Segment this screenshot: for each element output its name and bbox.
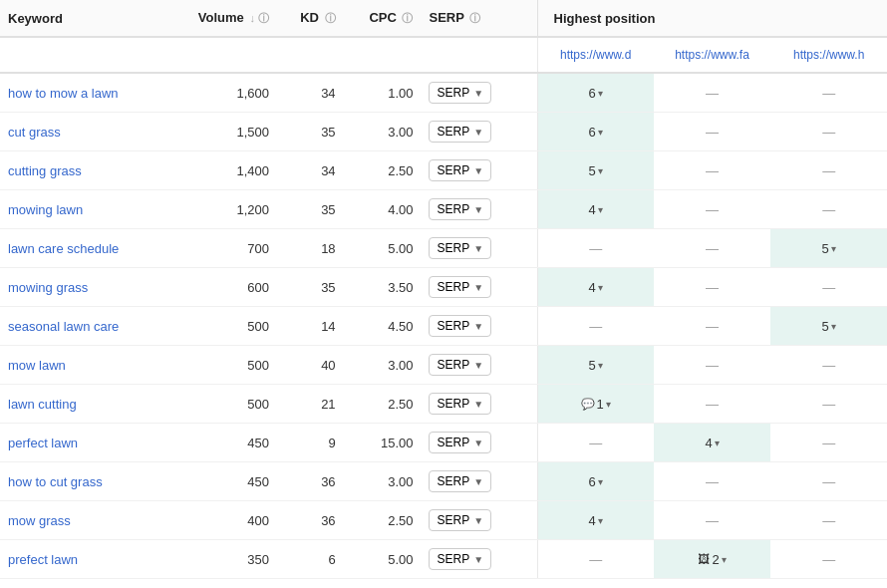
serp-cell[interactable]: SERP ▼ <box>421 540 537 579</box>
position-url1-cell: 5 ▾ <box>537 346 654 385</box>
pos-badge: 4 ▾ <box>589 513 603 528</box>
volume-cell: 350 <box>164 540 277 579</box>
col-header-kd[interactable]: KD ⓘ <box>277 0 344 37</box>
position-url2-cell: — <box>654 462 771 501</box>
position-url1-cell: — <box>537 424 654 462</box>
serp-button[interactable]: SERP ▼ <box>429 470 491 492</box>
serp-button[interactable]: SERP ▼ <box>429 393 491 415</box>
position-url2-cell: — <box>654 268 771 307</box>
keyword-cell[interactable]: perfect lawn <box>0 424 164 462</box>
table-row: seasonal lawn care500144.50SERP ▼——5 ▾ <box>0 307 887 346</box>
serp-cell[interactable]: SERP ▼ <box>421 385 537 424</box>
pos-badge: 6 ▾ <box>589 474 603 489</box>
table-row: lawn cutting500212.50SERP ▼💬 1 ▾—— <box>0 385 887 424</box>
volume-cell: 1,500 <box>164 113 277 151</box>
keyword-cell[interactable]: cut grass <box>0 113 164 151</box>
serp-button[interactable]: SERP ▼ <box>429 432 491 453</box>
position-url3-cell: 5 ▾ <box>770 229 887 268</box>
cpc-cell: 15.00 <box>344 424 422 462</box>
position-url3-cell: — <box>770 346 887 385</box>
keyword-cell[interactable]: mow grass <box>0 501 164 540</box>
col-header-serp[interactable]: SERP ⓘ <box>421 0 537 37</box>
volume-sort-icon: ↓ ⓘ <box>249 12 269 24</box>
serp-button[interactable]: SERP ▼ <box>429 237 491 259</box>
position-url3-cell: 5 ▾ <box>770 307 887 346</box>
serp-cell[interactable]: SERP ▼ <box>421 424 537 462</box>
kd-cell: 18 <box>277 229 344 268</box>
position-url2-cell: — <box>654 385 771 424</box>
serp-button[interactable]: SERP ▼ <box>429 159 491 181</box>
kd-cell: 14 <box>277 307 344 346</box>
cpc-cell: 5.00 <box>344 540 422 579</box>
kd-cell: 9 <box>277 424 344 462</box>
kd-cell: 35 <box>277 190 344 229</box>
position-url1-cell: 4 ▾ <box>537 268 654 307</box>
table-row: mowing lawn1,200354.00SERP ▼4 ▾—— <box>0 190 887 229</box>
cpc-cell: 2.50 <box>344 385 422 424</box>
volume-cell: 500 <box>164 346 277 385</box>
position-url3-cell: — <box>770 462 887 501</box>
col-header-keyword: Keyword <box>0 0 164 37</box>
keyword-cell[interactable]: cutting grass <box>0 151 164 190</box>
volume-cell: 600 <box>164 268 277 307</box>
serp-cell[interactable]: SERP ▼ <box>421 307 537 346</box>
keyword-cell[interactable]: mow lawn <box>0 346 164 385</box>
position-url3-cell: — <box>770 385 887 424</box>
position-url2-cell: 🖼 2 ▾ <box>654 540 771 579</box>
serp-button[interactable]: SERP ▼ <box>429 82 491 104</box>
serp-button[interactable]: SERP ▼ <box>429 198 491 220</box>
volume-cell: 500 <box>164 385 277 424</box>
volume-cell: 1,600 <box>164 73 277 113</box>
volume-cell: 400 <box>164 501 277 540</box>
serp-cell[interactable]: SERP ▼ <box>421 73 537 113</box>
position-url2-cell: — <box>654 190 771 229</box>
cpc-cell: 3.00 <box>344 462 422 501</box>
serp-cell[interactable]: SERP ▼ <box>421 501 537 540</box>
keyword-cell[interactable]: mowing lawn <box>0 190 164 229</box>
position-url2-cell: — <box>654 73 771 113</box>
serp-cell[interactable]: SERP ▼ <box>421 151 537 190</box>
serp-button[interactable]: SERP ▼ <box>429 548 491 570</box>
serp-button[interactable]: SERP ▼ <box>429 354 491 376</box>
position-url3-cell: — <box>770 73 887 113</box>
col-header-cpc[interactable]: CPC ⓘ <box>344 0 422 37</box>
volume-cell: 1,400 <box>164 151 277 190</box>
cpc-cell: 4.50 <box>344 307 422 346</box>
pos-badge: 4 ▾ <box>705 436 719 450</box>
col-header-volume[interactable]: Volume ↓ ⓘ <box>164 0 277 37</box>
keyword-cell[interactable]: seasonal lawn care <box>0 307 164 346</box>
serp-cell[interactable]: SERP ▼ <box>421 229 537 268</box>
volume-cell: 450 <box>164 462 277 501</box>
keyword-cell[interactable]: lawn care schedule <box>0 229 164 268</box>
url1-header: https://www.d <box>537 37 654 73</box>
position-url2-cell: — <box>654 307 771 346</box>
serp-button[interactable]: SERP ▼ <box>429 509 491 531</box>
serp-cell[interactable]: SERP ▼ <box>421 268 537 307</box>
table-row: mow lawn500403.00SERP ▼5 ▾—— <box>0 346 887 385</box>
keyword-cell[interactable]: how to cut grass <box>0 462 164 501</box>
position-url2-cell: 4 ▾ <box>654 424 771 462</box>
keyword-cell[interactable]: mowing grass <box>0 268 164 307</box>
position-url1-cell: 5 ▾ <box>537 151 654 190</box>
serp-button[interactable]: SERP ▼ <box>429 121 491 143</box>
table-row: perfect lawn450915.00SERP ▼—4 ▾— <box>0 424 887 462</box>
serp-cell[interactable]: SERP ▼ <box>421 462 537 501</box>
table-row: cut grass1,500353.00SERP ▼6 ▾—— <box>0 113 887 151</box>
kd-cell: 35 <box>277 268 344 307</box>
serp-button[interactable]: SERP ▼ <box>429 276 491 298</box>
serp-cell[interactable]: SERP ▼ <box>421 190 537 229</box>
highest-position-header: Highest position <box>537 0 887 37</box>
table-row: mowing grass600353.50SERP ▼4 ▾—— <box>0 268 887 307</box>
pos-badge: 5 ▾ <box>589 358 603 373</box>
table-row: how to mow a lawn1,600341.00SERP ▼6 ▾—— <box>0 73 887 113</box>
kd-info-icon: ⓘ <box>325 12 336 24</box>
serp-button[interactable]: SERP ▼ <box>429 315 491 337</box>
pos-badge: 6 ▾ <box>589 86 603 101</box>
position-url1-cell: 6 ▾ <box>537 73 654 113</box>
keyword-cell[interactable]: how to mow a lawn <box>0 73 164 113</box>
pos-badge: 🖼 2 ▾ <box>698 552 726 567</box>
keyword-cell[interactable]: prefect lawn <box>0 540 164 579</box>
serp-cell[interactable]: SERP ▼ <box>421 346 537 385</box>
keyword-cell[interactable]: lawn cutting <box>0 385 164 424</box>
serp-cell[interactable]: SERP ▼ <box>421 113 537 151</box>
